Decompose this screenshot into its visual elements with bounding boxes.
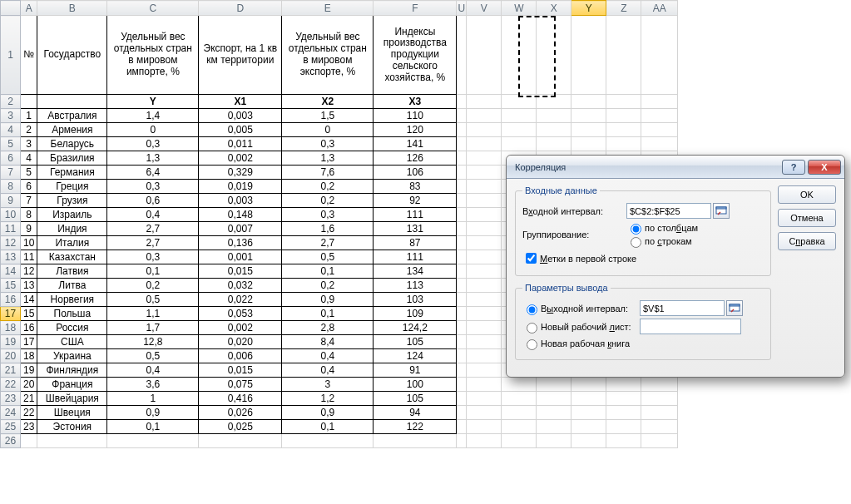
cell[interactable] <box>502 109 536 122</box>
data-cell[interactable]: 0,015 <box>199 363 281 377</box>
cell[interactable] <box>606 406 641 419</box>
data-cell[interactable]: 0,1 <box>107 420 198 433</box>
row-header[interactable]: 3 <box>1 109 21 123</box>
data-cell[interactable]: 1,6 <box>282 222 373 235</box>
header-cell[interactable] <box>21 95 37 108</box>
data-cell[interactable]: 131 <box>374 222 456 235</box>
row-header[interactable]: 12 <box>1 236 21 250</box>
data-cell[interactable]: 0,1 <box>282 264 373 278</box>
row-header[interactable]: 18 <box>1 321 21 335</box>
data-cell[interactable]: 1,1 <box>107 307 198 320</box>
cell[interactable] <box>606 123 641 136</box>
cell[interactable] <box>641 123 677 136</box>
cell[interactable] <box>641 95 677 108</box>
row-header[interactable]: 26 <box>1 434 21 448</box>
cell[interactable] <box>457 434 466 447</box>
data-cell[interactable]: 0,2 <box>282 180 373 193</box>
cell[interactable] <box>537 392 571 405</box>
cell[interactable] <box>641 406 677 419</box>
header-cell[interactable]: X2 <box>282 95 373 108</box>
column-header[interactable]: X <box>537 1 571 16</box>
data-cell[interactable]: 9 <box>21 222 37 235</box>
cell[interactable] <box>457 335 466 348</box>
data-cell[interactable]: 20 <box>21 378 37 391</box>
data-cell[interactable]: 1,2 <box>282 392 373 405</box>
cell[interactable] <box>457 194 466 207</box>
header-cell[interactable] <box>37 95 106 108</box>
cell[interactable] <box>537 434 571 447</box>
select-all-corner[interactable] <box>1 1 21 16</box>
cell[interactable] <box>467 194 501 207</box>
data-cell[interactable]: 113 <box>374 279 456 292</box>
data-cell[interactable]: 0,022 <box>199 293 281 306</box>
data-cell[interactable]: Швейцария <box>37 392 106 405</box>
new-sheet-radio[interactable] <box>527 323 537 334</box>
data-cell[interactable]: 0,2 <box>107 279 198 292</box>
cell[interactable] <box>467 109 501 122</box>
data-cell[interactable]: 0,416 <box>199 392 281 405</box>
cell[interactable] <box>502 123 536 136</box>
column-header[interactable]: A <box>21 1 37 16</box>
data-cell[interactable]: 120 <box>374 123 456 136</box>
cell[interactable] <box>457 208 466 221</box>
cell[interactable] <box>457 392 466 405</box>
data-cell[interactable]: 0,3 <box>282 208 373 221</box>
cell[interactable] <box>21 434 37 447</box>
cell[interactable] <box>606 16 641 94</box>
data-cell[interactable]: 0,5 <box>107 349 198 363</box>
data-cell[interactable]: 17 <box>21 335 37 348</box>
data-cell[interactable]: Израиль <box>37 208 106 221</box>
cell[interactable] <box>467 349 501 363</box>
cell[interactable] <box>467 279 501 292</box>
cell[interactable] <box>571 378 606 391</box>
cell[interactable] <box>606 378 641 391</box>
data-cell[interactable]: 8 <box>21 208 37 221</box>
output-range-radio[interactable] <box>527 304 537 315</box>
data-cell[interactable]: 83 <box>374 180 456 193</box>
data-cell[interactable]: 141 <box>374 137 456 151</box>
column-header[interactable]: C <box>107 1 199 16</box>
dialog-help-button[interactable]: ? <box>782 160 805 175</box>
data-cell[interactable]: 105 <box>374 392 456 405</box>
data-cell[interactable]: Польша <box>37 307 106 320</box>
data-cell[interactable]: 0,2 <box>282 194 373 207</box>
data-cell[interactable]: 3 <box>282 378 373 391</box>
data-cell[interactable]: 0,002 <box>199 151 281 165</box>
cell[interactable] <box>606 434 641 447</box>
data-cell[interactable]: Армения <box>37 123 106 136</box>
data-cell[interactable]: 1 <box>107 392 198 405</box>
cell[interactable] <box>457 180 466 193</box>
data-cell[interactable]: 0,006 <box>199 349 281 363</box>
data-cell[interactable]: 0,032 <box>199 279 281 292</box>
output-range-field[interactable] <box>640 300 725 316</box>
data-cell[interactable]: 0,003 <box>199 109 281 122</box>
data-cell[interactable]: 0,003 <box>199 194 281 207</box>
data-cell[interactable]: Франция <box>37 378 106 391</box>
data-cell[interactable]: Украина <box>37 349 106 363</box>
cell[interactable] <box>467 406 501 419</box>
data-cell[interactable]: 4 <box>21 151 37 165</box>
data-cell[interactable]: 15 <box>21 307 37 320</box>
cell[interactable] <box>502 95 536 108</box>
data-cell[interactable]: 12 <box>21 264 37 278</box>
cell[interactable] <box>467 16 501 94</box>
data-cell[interactable]: 6 <box>21 180 37 193</box>
column-header[interactable]: Y <box>571 1 606 16</box>
data-cell[interactable]: Финляндия <box>37 363 106 377</box>
cell[interactable] <box>457 151 466 165</box>
cell[interactable] <box>571 392 606 405</box>
data-cell[interactable]: 126 <box>374 151 456 165</box>
data-cell[interactable]: Беларусь <box>37 137 106 151</box>
data-cell[interactable]: 0 <box>282 123 373 136</box>
data-cell[interactable]: 0,4 <box>107 208 198 221</box>
data-cell[interactable]: 18 <box>21 349 37 363</box>
labels-first-row-checkbox[interactable] <box>526 253 537 264</box>
cell[interactable] <box>457 307 466 320</box>
data-cell[interactable]: 0,020 <box>199 335 281 348</box>
cell[interactable] <box>467 250 501 264</box>
header-cell[interactable]: Удельный вес отдельных стран в мировом э… <box>282 16 373 94</box>
cell[interactable] <box>457 363 466 377</box>
cell[interactable] <box>641 16 677 94</box>
cell[interactable] <box>571 123 606 136</box>
data-cell[interactable]: 110 <box>374 109 456 122</box>
